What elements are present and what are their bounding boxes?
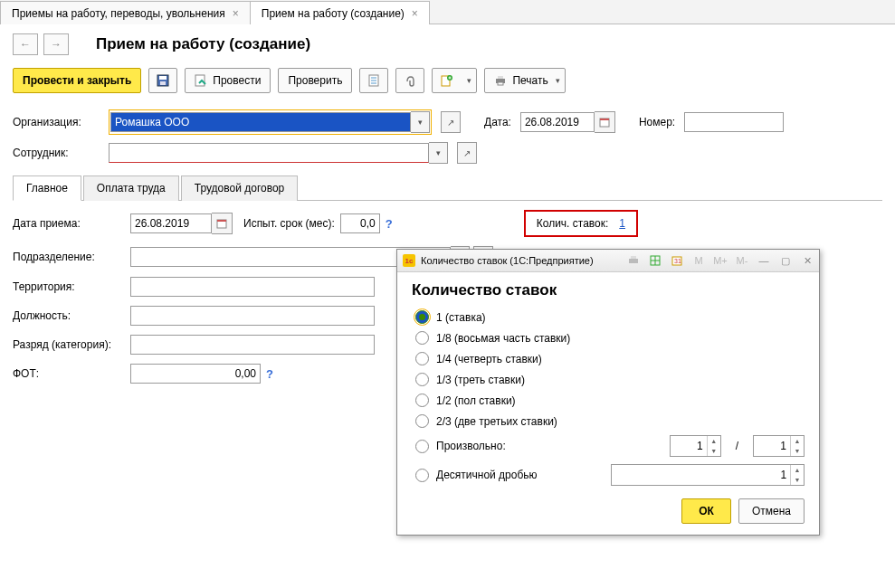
number-input[interactable] — [684, 112, 784, 132]
help-icon[interactable]: ? — [266, 367, 273, 381]
radio-1-4[interactable]: 1/4 (четверть ставки) — [415, 352, 805, 365]
check-button[interactable]: Проверить — [278, 68, 352, 93]
calendar-icon[interactable] — [212, 213, 233, 234]
arb-denominator-stepper[interactable]: ▲▼ — [753, 435, 805, 457]
print-button[interactable]: Печать — [484, 68, 565, 93]
territory-label: Территория: — [13, 280, 130, 293]
print-icon[interactable] — [625, 252, 642, 269]
app-tab-list[interactable]: Приемы на работу, переводы, увольнения × — [0, 1, 251, 24]
number-label: Номер: — [639, 116, 675, 128]
svg-rect-3 — [195, 75, 205, 86]
radio-1-2[interactable]: 1/2 (пол ставки) — [415, 394, 805, 407]
close-icon[interactable]: ✕ — [799, 252, 815, 269]
date-label: Дата: — [484, 116, 511, 128]
save-button[interactable] — [148, 68, 177, 93]
printer-icon — [494, 74, 507, 87]
app-tab-label: Приемы на работу, переводы, увольнения — [12, 7, 225, 20]
hire-date-label: Дата приема: — [13, 217, 130, 230]
help-icon[interactable]: ? — [386, 217, 393, 231]
open-ref-button[interactable]: ↗ — [441, 111, 461, 133]
app-logo-icon: 1c — [403, 254, 415, 267]
dropdown-icon[interactable]: ▾ — [411, 111, 430, 133]
probation-input[interactable] — [340, 213, 380, 233]
grid-icon[interactable] — [647, 252, 663, 269]
dialog-title: Количество ставок (1С:Предприятие) — [421, 255, 594, 266]
m-button[interactable]: M — [690, 252, 707, 269]
rates-dialog: 1c Количество ставок (1С:Предприятие) 31… — [396, 249, 820, 536]
tab-main[interactable]: Главное — [13, 175, 81, 201]
organization-label: Организация: — [13, 116, 103, 128]
ok-button[interactable]: ОК — [681, 498, 731, 524]
calendar-icon[interactable] — [595, 111, 615, 133]
organization-input[interactable] — [110, 112, 411, 132]
post-button[interactable]: Провести — [185, 68, 271, 93]
radio-1-3[interactable]: 1/3 (треть ставки) — [415, 373, 805, 386]
calendar-icon[interactable]: 31 — [669, 252, 685, 269]
rates-label: Колич. ставок: — [537, 217, 609, 230]
grade-label: Разряд (категория): — [13, 338, 130, 351]
decimal-stepper[interactable]: ▲▼ — [611, 464, 805, 486]
svg-rect-13 — [498, 76, 503, 79]
m-minus-button[interactable]: M- — [734, 252, 750, 269]
attach-button[interactable] — [395, 68, 424, 93]
post-icon — [195, 74, 207, 87]
arb-numerator-stepper[interactable]: ▲▼ — [670, 435, 721, 457]
m-plus-button[interactable]: M+ — [712, 252, 728, 269]
territory-input[interactable] — [130, 277, 375, 297]
slash-label: / — [728, 440, 746, 452]
dialog-titlebar[interactable]: 1c Количество ставок (1С:Предприятие) 31… — [397, 250, 819, 272]
fot-input[interactable] — [130, 364, 261, 384]
document-icon — [367, 74, 380, 87]
dropdown-icon[interactable]: ▾ — [429, 142, 448, 164]
maximize-icon[interactable]: ▢ — [777, 252, 794, 269]
svg-rect-16 — [600, 119, 609, 120]
document-plus-icon — [440, 74, 452, 87]
nav-back-button[interactable]: ← — [13, 33, 38, 55]
svg-rect-19 — [629, 259, 638, 263]
svg-text:31: 31 — [674, 258, 681, 264]
employee-label: Сотрудник: — [13, 147, 103, 159]
close-icon[interactable]: × — [233, 7, 239, 20]
page-title: Прием на работу (создание) — [96, 35, 310, 53]
tab-pay[interactable]: Оплата труда — [83, 175, 179, 201]
nav-forward-button[interactable]: → — [43, 33, 69, 55]
report-button[interactable] — [359, 68, 388, 93]
radio-1-8[interactable]: 1/8 (восьмая часть ставки) — [415, 331, 805, 345]
svg-rect-20 — [631, 256, 636, 259]
hire-date-input[interactable] — [130, 213, 212, 233]
paperclip-icon — [404, 74, 416, 87]
position-input[interactable] — [130, 306, 375, 326]
probation-label: Испыт. срок (мес): — [243, 217, 335, 230]
radio-arbitrary[interactable]: Произвольно: ▲▼ / ▲▼ — [415, 435, 805, 457]
department-label: Подразделение: — [13, 251, 130, 263]
svg-rect-1 — [159, 76, 167, 80]
app-tab-label: Прием на работу (создание) — [262, 7, 405, 20]
date-input[interactable] — [520, 112, 595, 132]
grade-input[interactable] — [130, 335, 375, 355]
svg-rect-14 — [498, 82, 503, 85]
floppy-icon — [156, 73, 170, 88]
close-icon[interactable]: × — [412, 7, 418, 20]
create-based-button[interactable] — [432, 68, 477, 93]
rates-link[interactable]: 1 — [619, 217, 625, 230]
dialog-heading: Количество ставок — [412, 281, 805, 299]
radio-1[interactable]: 1 (ставка) — [415, 310, 805, 324]
fot-label: ФОТ: — [13, 367, 130, 380]
tab-contract[interactable]: Трудовой договор — [181, 175, 298, 201]
cancel-button[interactable]: Отмена — [738, 498, 805, 524]
position-label: Должность: — [13, 309, 130, 322]
inner-tab-bar: Главное Оплата труда Трудовой договор — [13, 175, 882, 201]
svg-rect-18 — [217, 220, 226, 222]
radio-2-3[interactable]: 2/3 (две третьих ставки) — [415, 414, 805, 428]
open-ref-button[interactable]: ↗ — [457, 142, 477, 164]
rates-highlight-box: Колич. ставок: 1 — [524, 210, 638, 237]
app-tab-hire[interactable]: Прием на работу (создание) × — [250, 1, 430, 24]
svg-rect-2 — [160, 81, 166, 85]
radio-decimal[interactable]: Десятичной дробью ▲▼ — [415, 464, 805, 486]
minimize-icon[interactable]: — — [756, 252, 772, 269]
post-and-close-button[interactable]: Провести и закрыть — [13, 68, 141, 93]
employee-input[interactable] — [109, 143, 429, 163]
app-tab-bar: Приемы на работу, переводы, увольнения ×… — [0, 0, 895, 24]
toolbar: Провести и закрыть Провести Проверить Пе… — [0, 59, 895, 106]
